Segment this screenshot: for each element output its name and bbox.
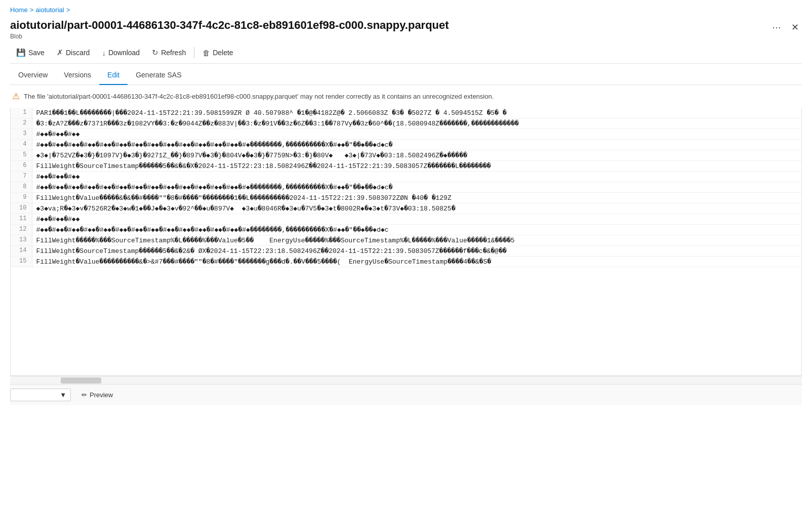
download-icon: ↓ xyxy=(102,49,106,57)
table-row: 12#◆◆�#◆◆�#◆◆�#◆◆�#◆◆�#◆◆�#◆◆�#◆◆�#◆◆�#◆… xyxy=(11,225,801,235)
table-row: 5◆3◆|�752VZ�◆3�}�1097V}�◆3�}�9271Z_��}�8… xyxy=(11,150,801,161)
line-content: ◆3◆va;R�◆3◆v�7526R2�◆3◆w�1◆��J◆�◆3◆v�92^… xyxy=(32,203,801,214)
encoding-select[interactable]: ▼ xyxy=(10,389,71,401)
download-button[interactable]: ↓ Download xyxy=(96,47,146,59)
title-block: aiotutorial/part-00001-44686130-347f-4c2… xyxy=(10,19,769,40)
line-number: 3 xyxy=(11,129,32,140)
code-area[interactable]: 1PAR1���1��L��������|���2024-11-15T22:21… xyxy=(10,108,802,376)
delete-button[interactable]: 🗑 Delete xyxy=(196,47,239,59)
line-number: 2 xyxy=(11,118,32,129)
table-row: 10◆3◆va;R�◆3◆v�7526R2�◆3◆w�1◆��J◆�◆3◆v�9… xyxy=(11,203,801,214)
delete-label: Delete xyxy=(213,49,233,57)
toolbar-separator xyxy=(194,47,194,58)
tabs: Overview Versions Edit Generate SAS xyxy=(10,66,802,85)
table-row: 8#◆◆�#◆◆�#◆◆�#◆◆�#◆◆�#◆◆�#◆◆�#◆◆�#◆◆�#◆◆… xyxy=(11,182,801,193)
line-content: #◆◆�#◆◆�#◆◆�#◆◆�#◆◆�#◆◆�#◆◆�#◆◆�#◆◆�#◆◆�… xyxy=(32,182,801,193)
line-content: �3:�zA?Z���z�7371R���3z�1082VY��3:�z�904… xyxy=(32,118,801,129)
title-row: aiotutorial/part-00001-44686130-347f-4c2… xyxy=(10,19,802,40)
line-content: #◆◆�#◆◆�#◆◆ xyxy=(32,129,801,140)
tab-generate-sas[interactable]: Generate SAS xyxy=(128,66,189,85)
breadcrumb-sep1: > xyxy=(30,6,34,14)
close-button[interactable]: ✕ xyxy=(788,21,802,34)
tab-versions[interactable]: Versions xyxy=(56,66,99,85)
line-number: 8 xyxy=(11,182,32,193)
refresh-icon: ↻ xyxy=(152,48,158,57)
line-number: 1 xyxy=(11,108,32,118)
line-content: FillWeight�SourceTimestamp������5��&�&�X… xyxy=(32,161,801,172)
more-options-button[interactable]: ⋯ xyxy=(769,21,784,34)
tab-overview[interactable]: Overview xyxy=(10,66,56,85)
table-row: 1PAR1���1��L��������|���2024-11-15T22:21… xyxy=(11,108,801,118)
chevron-down-icon: ▼ xyxy=(60,391,66,399)
line-content: FillWeight�Value�����&�&��#����""�8�#���… xyxy=(32,193,801,203)
breadcrumb-tutorial[interactable]: aiotutorial xyxy=(35,6,64,14)
breadcrumb-sep2: > xyxy=(66,6,70,14)
save-icon: 💾 xyxy=(16,48,26,57)
title-actions: ⋯ ✕ xyxy=(769,21,802,34)
file-title: aiotutorial/part-00001-44686130-347f-4c2… xyxy=(10,19,769,32)
line-content: #◆◆�#◆◆�#◆◆�#◆◆�#◆◆�#◆◆�#◆◆�#◆◆�#◆◆�#◆◆�… xyxy=(32,225,801,235)
line-number: 13 xyxy=(11,235,32,246)
line-content: FillWeight�����%���SourceTimestamp%�L���… xyxy=(32,235,801,246)
line-number: 14 xyxy=(11,246,32,257)
table-row: 9FillWeight�Value�����&�&��#����""�8�#��… xyxy=(11,193,801,203)
table-row: 11#◆◆�#◆◆�#◆◆ xyxy=(11,214,801,225)
line-content: FillWeight�Value����������&�>&#7���#����… xyxy=(32,257,801,267)
pencil-icon: ✏ xyxy=(82,391,87,399)
line-number: 9 xyxy=(11,193,32,203)
line-number: 15 xyxy=(11,257,32,267)
preview-label: Preview xyxy=(90,391,113,399)
toolbar: 💾 Save ✗ Discard ↓ Download ↻ Refresh 🗑 … xyxy=(10,42,802,64)
table-row: 15FillWeight�Value����������&�>&#7���#��… xyxy=(11,257,801,267)
table-row: 3#◆◆�#◆◆�#◆◆ xyxy=(11,129,801,140)
warning-banner: ⚠ The file 'aiotutorial/part-00001-44686… xyxy=(10,85,802,108)
table-row: 2�3:�zA?Z���z�7371R���3z�1082VY��3:�z�90… xyxy=(11,118,801,129)
line-content: #◆◆�#◆◆�#◆◆�#◆◆�#◆◆�#◆◆�#◆◆�#◆◆�#◆◆�#◆◆�… xyxy=(32,140,801,150)
breadcrumb: Home > aiotutorial > xyxy=(10,6,802,14)
table-row: 4#◆◆�#◆◆�#◆◆�#◆◆�#◆◆�#◆◆�#◆◆�#◆◆�#◆◆�#◆◆… xyxy=(11,140,801,150)
line-number: 5 xyxy=(11,150,32,161)
save-button[interactable]: 💾 Save xyxy=(10,46,51,59)
scrollbar-thumb[interactable] xyxy=(61,377,101,384)
line-number: 4 xyxy=(11,140,32,150)
line-number: 7 xyxy=(11,172,32,182)
discard-label: Discard xyxy=(66,49,90,57)
bottom-toolbar: ▼ ✏ Preview xyxy=(10,384,802,405)
line-number: 10 xyxy=(11,203,32,214)
file-type: Blob xyxy=(10,33,769,40)
discard-icon: ✗ xyxy=(57,48,63,57)
download-label: Download xyxy=(108,49,140,57)
line-content: #◆◆�#◆◆�#◆◆ xyxy=(32,214,801,225)
refresh-label: Refresh xyxy=(161,49,186,57)
code-table: 1PAR1���1��L��������|���2024-11-15T22:21… xyxy=(11,108,801,267)
save-label: Save xyxy=(28,49,45,57)
line-content: ◆3◆|�752VZ�◆3�}�1097V}�◆3�}�9271Z_��}�89… xyxy=(32,150,801,161)
line-content: #◆◆�#◆◆�#◆◆ xyxy=(32,172,801,182)
main-container: Home > aiotutorial > aiotutorial/part-00… xyxy=(0,0,812,405)
tab-edit[interactable]: Edit xyxy=(99,66,128,85)
table-row: 6FillWeight�SourceTimestamp������5��&�&�… xyxy=(11,161,801,172)
table-row: 13FillWeight�����%���SourceTimestamp%�L�… xyxy=(11,235,801,246)
table-row: 14FillWeight�SourceTimestamp������5��&�2… xyxy=(11,246,801,257)
breadcrumb-home[interactable]: Home xyxy=(10,6,28,14)
line-content: PAR1���1��L��������|���2024-11-15T22:21:… xyxy=(32,108,801,118)
refresh-button[interactable]: ↻ Refresh xyxy=(146,46,192,59)
preview-button[interactable]: ✏ Preview xyxy=(75,389,119,401)
line-number: 11 xyxy=(11,214,32,225)
line-number: 6 xyxy=(11,161,32,172)
horizontal-scrollbar[interactable] xyxy=(10,376,802,384)
table-row: 7#◆◆�#◆◆�#◆◆ xyxy=(11,172,801,182)
line-number: 12 xyxy=(11,225,32,235)
warning-message: The file 'aiotutorial/part-00001-4468613… xyxy=(24,93,494,100)
discard-button[interactable]: ✗ Discard xyxy=(51,46,96,59)
delete-icon: 🗑 xyxy=(202,49,210,57)
warning-icon: ⚠ xyxy=(12,91,20,102)
line-content: FillWeight�SourceTimestamp������5��&�2&�… xyxy=(32,246,801,257)
